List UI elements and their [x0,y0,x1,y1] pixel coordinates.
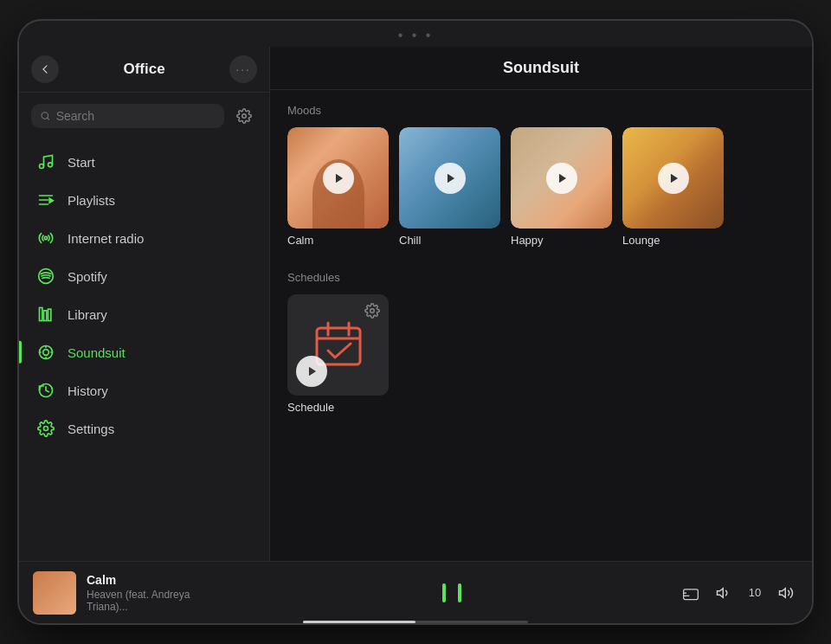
schedules-grid: Schedule [287,294,795,414]
mood-chill-name: Chill [399,234,500,247]
nav-items: Start Playlists [19,139,269,561]
sidebar-item-history[interactable]: History [19,371,269,409]
volume-number: 10 [744,586,765,599]
main-title: Soundsuit [287,59,795,77]
sidebar-item-internet-radio[interactable]: Internet radio [19,219,269,257]
schedule-card[interactable]: Schedule [287,294,389,414]
more-button[interactable]: ··· [229,55,257,83]
spotify-icon [36,267,55,286]
svg-point-14 [43,350,49,356]
svg-rect-11 [44,311,47,321]
progress-bar[interactable] [303,621,528,623]
soundsuit-icon [36,343,55,362]
sidebar: Office ··· [19,47,270,561]
music-note-icon [36,152,55,171]
mood-chill-play-overlay [399,127,500,229]
svg-point-15 [44,427,48,431]
more-icon: ··· [235,62,251,76]
svg-point-3 [48,163,53,167]
mood-calm-name: Calm [287,234,389,247]
schedule-play-circle[interactable] [296,356,327,387]
mood-happy-name: Happy [511,234,612,247]
main-scroll: Moods Calm [270,90,812,561]
bottom-player: Calm Heaven (feat. Andreya Triana)... [19,561,812,623]
svg-rect-26 [684,589,699,599]
mood-lounge-name: Lounge [622,234,724,247]
pause-button[interactable] [442,583,461,602]
mood-card-happy[interactable]: Happy [511,127,612,247]
search-input-wrap[interactable] [31,104,224,128]
svg-rect-10 [40,308,42,321]
mood-calm-play-button[interactable] [323,163,354,194]
player-info: Calm Heaven (feat. Andreya Triana)... [87,573,225,613]
history-icon [36,381,55,400]
sidebar-item-start-label: Start [68,155,95,170]
cast-icon [682,584,699,602]
svg-marker-17 [447,173,454,183]
schedules-section: Schedules [287,271,795,414]
player-controls [235,583,668,602]
main-header: Soundsuit [270,47,812,90]
mood-thumb-calm [287,127,389,229]
schedule-gear-icon [364,303,380,322]
settings-icon [36,419,55,438]
player-track-name: Calm [87,573,225,587]
sidebar-title: Office [68,61,221,78]
svg-marker-18 [558,173,565,183]
pause-bar-right [458,583,461,602]
mood-card-chill[interactable]: Chill [399,127,500,247]
mood-thumb-lounge [622,127,724,229]
schedule-name: Schedule [287,401,389,414]
player-right-controls: 10 [679,581,798,605]
sidebar-item-playlists[interactable]: Playlists [19,181,269,219]
sidebar-item-library-label: Library [68,307,107,322]
svg-marker-25 [309,367,316,377]
svg-point-2 [40,164,44,169]
sidebar-item-spotify[interactable]: Spotify [19,257,269,295]
volume-down-icon [716,585,731,601]
svg-marker-28 [780,588,786,597]
sidebar-item-playlists-label: Playlists [68,193,115,208]
main-content: Soundsuit Moods [270,47,812,561]
sidebar-item-history-label: History [68,383,108,398]
cast-button[interactable] [679,581,703,605]
back-button[interactable] [31,55,59,83]
search-icon [40,110,51,122]
sidebar-item-soundsuit[interactable]: Soundsuit [19,333,269,371]
moods-grid: Calm Chill [287,127,795,247]
sidebar-item-settings[interactable]: Settings [19,409,269,448]
schedule-play-button[interactable] [296,356,327,387]
sidebar-item-start[interactable]: Start [19,143,269,181]
mood-card-lounge[interactable]: Lounge [622,127,724,247]
moods-label: Moods [287,104,795,117]
svg-marker-27 [718,588,724,597]
svg-rect-12 [48,309,51,320]
app-container: Office ··· [19,47,812,561]
sidebar-header: Office ··· [19,47,269,93]
volume-up-button[interactable] [774,581,798,605]
volume-down-button[interactable] [712,581,736,605]
player-artist-name: Heaven (feat. Andreya Triana)... [87,589,225,613]
sidebar-item-radio-label: Internet radio [68,231,144,246]
mood-card-calm[interactable]: Calm [287,127,389,247]
mood-thumb-happy [511,127,612,229]
svg-point-8 [44,236,47,239]
svg-marker-7 [49,198,53,203]
mood-chill-play-button[interactable] [435,163,466,194]
player-thumbnail [33,571,76,615]
pause-bar-left [442,583,446,602]
mood-lounge-play-button[interactable] [658,163,689,194]
radio-icon [36,229,55,248]
schedules-label: Schedules [287,271,795,284]
mood-thumb-chill [399,127,500,229]
mood-lounge-play-overlay [622,127,724,229]
sidebar-item-library[interactable]: Library [19,295,269,333]
mood-happy-play-button[interactable] [546,163,577,194]
progress-bar-fill [303,621,416,623]
mood-calm-play-overlay [287,127,389,229]
sidebar-item-spotify-label: Spotify [68,269,107,284]
volume-up-icon [778,585,794,601]
search-settings-button[interactable] [231,103,257,129]
search-input[interactable] [56,109,216,123]
svg-point-20 [370,309,375,313]
